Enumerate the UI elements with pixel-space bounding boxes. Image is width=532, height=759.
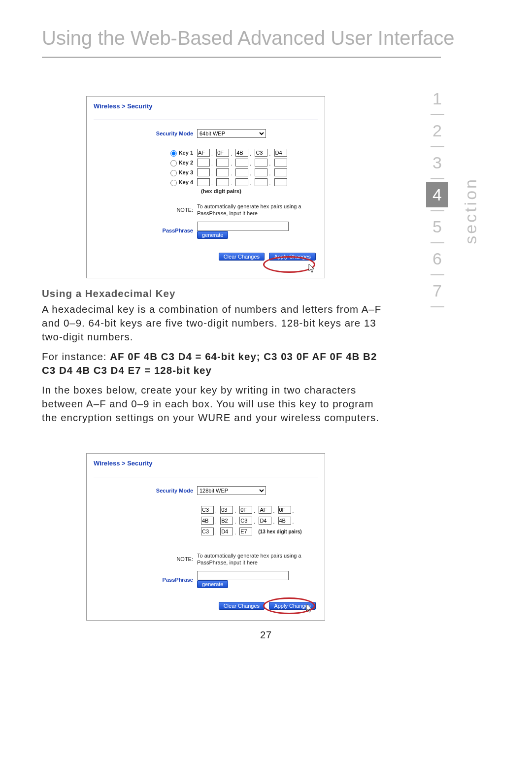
generate-button[interactable]: generate (197, 231, 228, 239)
section-tab-divider (431, 210, 444, 211)
divider (94, 477, 318, 477)
cursor-icon (308, 264, 315, 273)
section-tab-5[interactable]: 5 (426, 214, 448, 239)
hex-9[interactable] (259, 517, 271, 525)
paragraph-2: For instance: AF 0F 4B C3 D4 = 64-bit ke… (42, 350, 382, 377)
note-text: To automatically generate hex pairs usin… (197, 552, 310, 566)
apply-changes-button[interactable]: Apply Changes (269, 253, 316, 261)
section-tab-divider (431, 114, 444, 115)
key4-hex-5[interactable] (274, 178, 287, 186)
key2-row: Key 2 . . . . (94, 159, 318, 166)
key2-radio[interactable] (170, 160, 177, 166)
security-mode-select[interactable]: 128bit WEP (197, 486, 266, 495)
security-mode-label: Security Mode (94, 131, 197, 136)
key2-hex-4[interactable] (255, 159, 267, 166)
hex-12[interactable] (220, 528, 233, 535)
key1-hex-1[interactable] (197, 149, 210, 157)
section-tabs: 1 2 3 4 5 6 7 (426, 86, 448, 310)
body-text: Using a Hexadecimal Key A hexadecimal ke… (42, 287, 382, 430)
hex-6[interactable] (201, 517, 214, 525)
key3-hex-4[interactable] (255, 168, 267, 176)
paragraph-3: In the boxes below, create your key by w… (42, 383, 382, 425)
section-tab-3[interactable]: 3 (426, 150, 448, 175)
hex-1[interactable] (201, 506, 214, 514)
section-tab-7[interactable]: 7 (426, 278, 448, 303)
page: Using the Web-Based Advanced User Interf… (0, 0, 532, 759)
key2-hex-2[interactable] (216, 159, 229, 166)
key4-hex-3[interactable] (235, 178, 248, 186)
key1-label: Key 1 (179, 150, 193, 156)
passphrase-input[interactable] (197, 222, 289, 231)
section-tab-divider (431, 274, 444, 275)
security-mode-label: Security Mode (94, 488, 197, 494)
key3-hex-5[interactable] (274, 168, 287, 176)
hex-13[interactable] (239, 528, 252, 535)
section-tab-1[interactable]: 1 (426, 86, 448, 111)
breadcrumb: Wireless > Security (94, 460, 318, 467)
passphrase-label: PassPhrase (94, 228, 197, 233)
passphrase-label: PassPhrase (94, 577, 197, 583)
key4-radio[interactable] (170, 180, 177, 186)
key3-hex-2[interactable] (216, 168, 229, 176)
key4-hex-4[interactable] (255, 178, 267, 186)
hex-4[interactable] (259, 506, 271, 514)
key3-label: Key 3 (179, 169, 193, 175)
key4-row: Key 4 . . . . (94, 178, 318, 186)
key3-hex-3[interactable] (235, 168, 248, 176)
security-mode-select[interactable]: 64bit WEP (197, 129, 266, 138)
section-tab-divider (431, 242, 444, 243)
hex-3[interactable] (239, 506, 252, 514)
key1-row: Key 1 . . . . (94, 149, 318, 157)
note-text: To automatically generate hex pairs usin… (197, 203, 310, 217)
breadcrumb: Wireless > Security (94, 102, 318, 110)
hex-digit-pairs-13-label: (13 hex digit pairs) (258, 529, 301, 534)
key4-hex-2[interactable] (216, 178, 229, 186)
note-label: NOTE: (94, 556, 197, 562)
page-number: 27 (0, 629, 532, 641)
key4-hex-1[interactable] (197, 178, 210, 186)
generate-button[interactable]: generate (197, 580, 228, 588)
key1-radio[interactable] (170, 150, 177, 157)
hex-11[interactable] (201, 528, 214, 535)
section-tab-4[interactable]: 4 (426, 182, 448, 207)
subhead-hex-key: Using a Hexadecimal Key (42, 287, 382, 300)
hex-2[interactable] (220, 506, 233, 514)
key1-hex-2[interactable] (216, 149, 229, 157)
page-title: Using the Web-Based Advanced User Interf… (42, 27, 455, 49)
key4-label: Key 4 (179, 179, 193, 185)
divider (94, 120, 318, 120)
section-tab-2[interactable]: 2 (426, 118, 448, 143)
section-label: section (461, 177, 480, 244)
key1-hex-4[interactable] (255, 149, 267, 157)
key3-hex-1[interactable] (197, 168, 210, 176)
key1-hex-3[interactable] (235, 149, 248, 157)
section-tab-divider (431, 178, 444, 179)
hex-digit-pairs-label: (hex digit pairs) (201, 188, 318, 194)
section-tab-divider (431, 306, 444, 307)
passphrase-input[interactable] (197, 571, 289, 580)
section-tab-6[interactable]: 6 (426, 246, 448, 271)
apply-changes-button[interactable]: Apply Changes (269, 602, 316, 610)
key3-row: Key 3 . . . . (94, 168, 318, 176)
key2-hex-1[interactable] (197, 159, 210, 166)
hex-10[interactable] (278, 517, 291, 525)
key1-hex-5[interactable] (274, 149, 287, 157)
note-label: NOTE: (94, 207, 197, 213)
key2-hex-5[interactable] (274, 159, 287, 166)
key3-radio[interactable] (170, 170, 177, 176)
screenshot-128bit-wep: Wireless > Security Security Mode 128bit… (86, 453, 325, 621)
clear-changes-button[interactable]: Clear Changes (219, 602, 265, 610)
key2-hex-3[interactable] (235, 159, 248, 166)
section-tab-divider (431, 146, 444, 147)
screenshot-64bit-wep: Wireless > Security Security Mode 64bit … (86, 96, 325, 278)
hex-8[interactable] (239, 517, 252, 525)
hex-5[interactable] (278, 506, 291, 514)
title-divider (42, 57, 441, 58)
key2-label: Key 2 (179, 160, 193, 165)
clear-changes-button[interactable]: Clear Changes (219, 253, 265, 261)
hex-7[interactable] (220, 517, 233, 525)
paragraph-1: A hexadecimal key is a combination of nu… (42, 302, 382, 344)
